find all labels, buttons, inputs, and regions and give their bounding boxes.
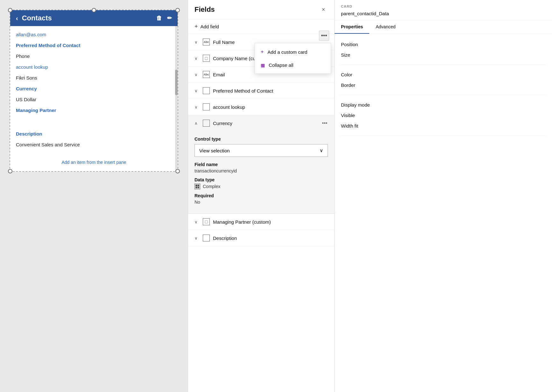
fields-panel-title: Fields — [195, 5, 316, 14]
field-name-pref-method: Preferred Method of Contact — [213, 88, 328, 94]
currency-expanded-content: Control type View selection ∨ Field name… — [188, 131, 334, 214]
field-name-account-lookup: account lookup — [213, 104, 328, 110]
card-body: allan@as.com Preferred Method of Contact… — [10, 26, 178, 153]
card-field-currency-label: Currency — [16, 83, 172, 94]
fields-header: Fields × — [188, 0, 334, 19]
card-field-usdollar: US Dollar — [16, 94, 172, 105]
props-card-header: CARD — [335, 0, 552, 8]
field-name-managing-partner: Managing Partner (custom) — [213, 219, 328, 225]
delete-icon[interactable]: 🗑 — [156, 15, 162, 22]
card-container: ‹ Contacts 🗑 ✏ allan@as.com Preferred Me… — [10, 10, 178, 172]
properties-panel: CARD parent_contactid_Data Properties Ad… — [334, 0, 552, 392]
props-section-layout: Position Size — [341, 39, 546, 65]
control-type-select[interactable]: View selection ∨ — [195, 144, 328, 157]
chevron-fullname: ∨ — [195, 40, 200, 45]
add-field-label: Add field — [201, 24, 219, 29]
chevron-email: ∨ — [195, 72, 200, 77]
props-item-position: Position — [341, 39, 546, 50]
tab-advanced[interactable]: Advanced — [369, 20, 402, 34]
props-item-display-mode: Display mode — [341, 100, 546, 110]
handle-bl[interactable] — [8, 169, 12, 173]
props-item-width-fit: Width fit — [341, 121, 546, 131]
handle-br[interactable] — [175, 169, 180, 173]
field-name-detail-label: Field name — [195, 162, 328, 167]
field-item-account-lookup[interactable]: ∨ account lookup — [188, 99, 334, 115]
props-item-border: Border — [341, 80, 546, 90]
more-dots-icon: ••• — [321, 32, 327, 39]
collapse-all-icon: ▦ — [261, 63, 265, 68]
back-icon[interactable]: ‹ — [16, 15, 18, 22]
card-field-fikri: Fikri Sons — [16, 73, 172, 83]
add-custom-card-item[interactable]: + Add a custom card — [255, 45, 331, 59]
card-field-email[interactable]: allan@as.com — [16, 29, 172, 40]
required-row: Required No — [195, 193, 328, 205]
field-icon-description — [203, 234, 210, 242]
card-field-description-label: Description — [16, 129, 172, 139]
field-item-pref-method[interactable]: ∨ Preferred Method of Contact — [188, 83, 334, 99]
add-custom-card-label: Add a custom card — [267, 49, 307, 55]
props-item-visible: Visible — [341, 110, 546, 121]
card-field-pref-method: Preferred Method of Contact — [16, 40, 172, 51]
props-section-display: Display mode Visible Width fit — [341, 100, 546, 136]
field-name-detail-value: transactioncurrencyid — [195, 168, 328, 173]
field-item-description[interactable]: ∨ Description — [188, 230, 334, 246]
props-tabs: Properties Advanced — [335, 20, 552, 34]
field-icon-managing-partner: □ — [203, 218, 210, 225]
chevron-account-lookup: ∨ — [195, 105, 200, 109]
field-item-managing-partner[interactable]: ∨ □ Managing Partner (custom) — [188, 214, 334, 230]
field-icon-pref-method — [203, 87, 210, 94]
card-header-actions: 🗑 ✏ — [156, 15, 172, 22]
card-field-description-value: Convenient Sales and Service — [16, 139, 172, 150]
add-item-link[interactable]: Add an item from the insert pane — [10, 153, 178, 171]
collapse-all-label: Collapse all — [269, 62, 294, 68]
data-type-icon — [195, 184, 200, 189]
field-name-currency: Currency — [213, 121, 318, 126]
field-icon-email: Abc — [203, 71, 210, 78]
field-icon-account-lookup — [203, 103, 210, 110]
edit-icon[interactable]: ✏ — [167, 15, 172, 22]
chevron-currency: ∧ — [195, 121, 200, 126]
props-item-size: Size — [341, 50, 546, 60]
field-item-currency[interactable]: ∧ Currency ••• — [188, 115, 334, 131]
card-field-phone: Phone — [16, 51, 172, 62]
canvas-area: ‹ Contacts 🗑 ✏ allan@as.com Preferred Me… — [0, 0, 188, 392]
data-type-detail-label: Data type — [195, 177, 328, 182]
data-type-detail-value: Complex — [195, 184, 328, 189]
card-header: ‹ Contacts 🗑 ✏ — [10, 10, 178, 26]
handle-tr[interactable] — [175, 8, 180, 12]
field-name-row: Field name transactioncurrencyid — [195, 162, 328, 173]
field-icon-company: □ — [203, 55, 210, 62]
control-type-chevron: ∨ — [320, 148, 323, 153]
chevron-company: ∨ — [195, 56, 200, 61]
required-detail-value: No — [195, 200, 328, 205]
props-item-color: Color — [341, 69, 546, 80]
card-title: Contacts — [22, 14, 52, 22]
card-field-account-lookup[interactable]: account lookup — [16, 62, 172, 73]
more-options-button[interactable]: ••• — [319, 31, 329, 41]
chevron-pref-method: ∨ — [195, 88, 200, 93]
add-custom-card-icon: + — [261, 49, 264, 55]
control-type-value: View selection — [199, 148, 230, 153]
dropdown-menu: + Add a custom card ▦ Collapse all — [255, 43, 331, 74]
field-more-currency[interactable]: ••• — [322, 120, 328, 126]
fields-close-button[interactable]: × — [319, 5, 328, 14]
chevron-description: ∨ — [195, 236, 200, 241]
fields-panel: Fields × + Add field ••• + Add a custom … — [188, 0, 334, 392]
handle-tc[interactable] — [92, 8, 96, 12]
fields-list: ∨ Abc Full Name ∨ □ Company Name (custom… — [188, 34, 334, 392]
field-name-description: Description — [213, 235, 328, 241]
scrollbar-thumb[interactable] — [175, 70, 178, 95]
card-field-managing-partner: Managing Partner — [16, 105, 172, 116]
chevron-managing-partner: ∨ — [195, 220, 200, 224]
control-type-label: Control type — [195, 136, 328, 142]
handle-tl[interactable] — [8, 8, 12, 12]
field-icon-currency — [203, 120, 210, 127]
scrollbar-track — [175, 26, 178, 171]
add-field-plus-icon: + — [195, 23, 198, 30]
required-detail-label: Required — [195, 193, 328, 198]
field-icon-fullname: Abc — [203, 38, 210, 46]
data-type-row: Data type Complex — [195, 177, 328, 189]
add-field-button[interactable]: + Add field — [188, 19, 334, 34]
collapse-all-item[interactable]: ▦ Collapse all — [255, 59, 331, 72]
tab-properties[interactable]: Properties — [335, 20, 369, 34]
